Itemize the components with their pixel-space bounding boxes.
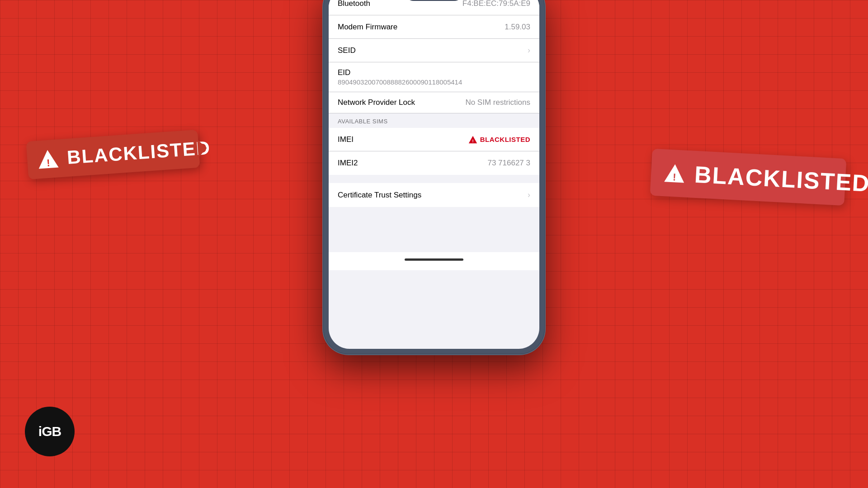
bluetooth-label: Bluetooth <box>338 0 370 8</box>
badge-left-text: BLACKLISTED <box>66 137 212 169</box>
seid-right: › <box>525 46 530 55</box>
imei2-value: 73 716627 3 <box>487 159 530 168</box>
imei-row: IMEI ! BLACKLISTED <box>329 128 539 151</box>
bottom-padding <box>329 207 539 252</box>
cert-chevron-icon: › <box>528 190 530 200</box>
igb-logo-text: iGB <box>38 424 61 439</box>
settings-group-top: Bluetooth F4:BE:EC:79:5A:E9 Modem Firmwa… <box>329 0 539 113</box>
iphone-frame: Bluetooth F4:BE:EC:79:5A:E9 Modem Firmwa… <box>323 0 545 354</box>
imei2-label: IMEI2 <box>338 159 358 168</box>
network-lock-label: Network Provider Lock <box>338 98 415 107</box>
seid-chevron-icon: › <box>528 46 530 55</box>
svg-text:!: ! <box>472 138 473 143</box>
modem-row: Modem Firmware 1.59.03 <box>329 15 539 39</box>
iphone-device: Bluetooth F4:BE:EC:79:5A:E9 Modem Firmwa… <box>323 0 545 354</box>
modem-value: 1.59.03 <box>505 23 530 32</box>
home-bar <box>405 258 463 261</box>
bluetooth-row: Bluetooth F4:BE:EC:79:5A:E9 <box>329 0 539 15</box>
imei-blacklisted-badge: ! BLACKLISTED <box>468 135 530 144</box>
cert-right: › <box>525 190 530 200</box>
imei2-row: IMEI2 73 716627 3 <box>329 151 539 175</box>
sim-group: IMEI ! BLACKLISTED IMEI2 73 716627 3 <box>329 128 539 175</box>
available-sims-text: AVAILABLE SIMS <box>338 118 388 125</box>
modem-label: Modem Firmware <box>338 23 397 32</box>
iphone-screen: Bluetooth F4:BE:EC:79:5A:E9 Modem Firmwa… <box>329 0 539 349</box>
imei-blacklisted-label: BLACKLISTED <box>480 136 530 143</box>
home-indicator <box>329 252 539 270</box>
group-separator <box>329 175 539 179</box>
seid-row[interactable]: SEID › <box>329 39 539 62</box>
iphone-notch <box>405 0 463 1</box>
network-lock-row: Network Provider Lock No SIM restriction… <box>329 92 539 113</box>
imei-label: IMEI <box>338 135 354 144</box>
screen-content: Bluetooth F4:BE:EC:79:5A:E9 Modem Firmwa… <box>329 0 539 349</box>
svg-text:!: ! <box>672 171 676 183</box>
eid-row: EID 890490320070088882600090118005414 <box>329 62 539 92</box>
network-lock-value: No SIM restrictions <box>465 98 530 107</box>
seid-label: SEID <box>338 46 356 55</box>
imei-warning-icon: ! <box>468 135 477 144</box>
cert-trust-row[interactable]: Certificate Trust Settings › <box>329 183 539 207</box>
eid-label: EID <box>338 68 350 77</box>
warning-triangle-left-icon: ! <box>37 147 60 170</box>
igb-logo: iGB <box>25 407 75 456</box>
available-sims-header: AVAILABLE SIMS <box>329 113 539 128</box>
eid-value: 890490320070088882600090118005414 <box>338 78 530 86</box>
warning-triangle-right-icon: ! <box>663 162 686 184</box>
cert-trust-label: Certificate Trust Settings <box>338 191 421 200</box>
badge-right-text: BLACKLISTED <box>694 161 868 197</box>
bluetooth-value: F4:BE:EC:79:5A:E9 <box>462 0 530 8</box>
